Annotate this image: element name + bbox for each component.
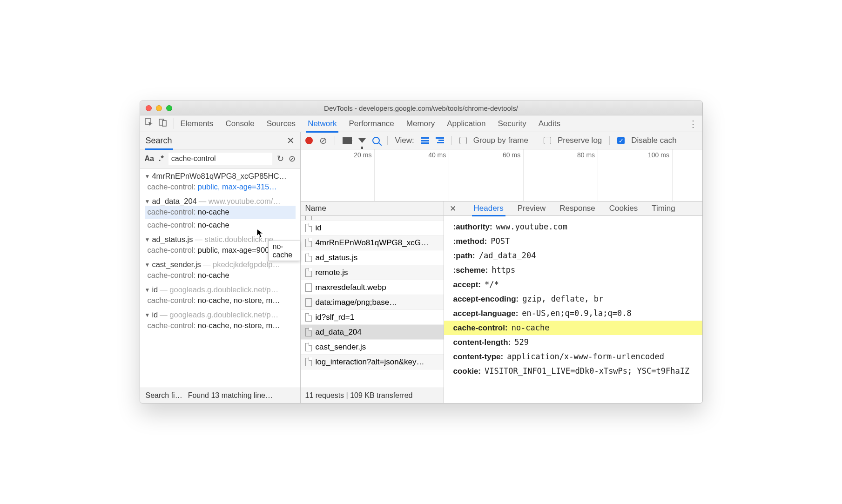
request-list-footer: 11 requests | 109 KB transferred	[301, 388, 444, 403]
disable-cache-checkbox[interactable]: ✓	[617, 137, 625, 144]
search-result-file[interactable]: ▼ cast_sender.js — pkedcjkdefgpdelp…	[145, 260, 296, 269]
timeline-tick: 40 ms	[375, 149, 449, 201]
view-label: View:	[395, 136, 414, 145]
table-row[interactable]	[301, 216, 444, 221]
request-details: ✕ HeadersPreviewResponseCookiesTiming :a…	[444, 202, 702, 403]
table-row[interactable]: ad_status.js	[301, 250, 444, 265]
svg-rect-2	[162, 121, 166, 126]
more-options-icon[interactable]: ⋮	[688, 118, 698, 129]
header-row: :authority:www.youtube.com	[444, 220, 702, 234]
minimize-window-button[interactable]	[156, 105, 162, 111]
zoom-window-button[interactable]	[166, 105, 172, 111]
network-pane: ⊘ View: Group by frame Preserve log ✓ Di…	[301, 132, 702, 403]
window-controls	[146, 105, 172, 111]
table-row[interactable]: log_interaction?alt=json&key…	[301, 355, 444, 370]
search-result-line[interactable]: cache-control: no-cache	[145, 269, 296, 282]
table-row[interactable]: ad_data_204	[301, 325, 444, 340]
header-row: content-type:application/x-www-form-urle…	[444, 349, 702, 364]
details-tab-response[interactable]: Response	[559, 204, 595, 213]
clear-icon[interactable]: ⊘	[289, 154, 296, 164]
header-row: cache-control:no-cache	[444, 321, 702, 335]
header-row: :path:/ad_data_204	[444, 249, 702, 263]
tab-sources[interactable]: Sources	[267, 119, 296, 128]
header-row: content-length:529	[444, 335, 702, 349]
timeline-tick: 60 ms	[449, 149, 524, 201]
search-result-file[interactable]: ▼ id — googleads.g.doubleclick.net/p…	[145, 285, 296, 294]
list-view-icon[interactable]	[421, 137, 429, 144]
search-results: ▼ 4mrRnEPnWo81qWPG8_xcGP85HC…cache-contr…	[140, 168, 300, 388]
request-list-header: Name	[301, 202, 444, 216]
window-title: DevTools - developers.google.com/web/too…	[140, 104, 702, 112]
search-pane: Search ✕ Aa .* ↻ ⊘ ▼ 4mrRnEPnWo81qWPG8_x…	[140, 132, 301, 403]
search-result-line[interactable]: cache-control: no-cache	[145, 206, 296, 219]
close-icon[interactable]: ✕	[287, 135, 295, 146]
tab-network[interactable]: Network	[308, 119, 337, 128]
search-icon[interactable]	[372, 137, 380, 144]
tab-application[interactable]: Application	[447, 119, 485, 128]
regex-toggle[interactable]: .*	[159, 155, 164, 163]
search-result-line[interactable]: cache-control: no-cache, no-store, m…	[145, 319, 296, 332]
request-list: Name id4mrRnEPnWo81qWPG8_xcG…ad_status.j…	[301, 202, 444, 403]
header-row: :method:POST	[444, 234, 702, 249]
group-by-frame-label: Group by frame	[473, 136, 528, 145]
table-row[interactable]: data:image/png;base…	[301, 295, 444, 310]
capture-screenshots-icon[interactable]	[343, 137, 352, 144]
clear-log-icon[interactable]: ⊘	[319, 135, 327, 146]
search-result-line[interactable]: cache-control: no-cache, no-store, m…	[145, 294, 296, 307]
table-row[interactable]: id?slf_rd=1	[301, 310, 444, 325]
table-row[interactable]: id	[301, 221, 444, 235]
search-result-line[interactable]: cache-control: public, max-age=315…	[145, 181, 296, 194]
refresh-icon[interactable]: ↻	[277, 154, 284, 164]
tab-elements[interactable]: Elements	[181, 119, 214, 128]
table-row[interactable]: 4mrRnEPnWo81qWPG8_xcG…	[301, 235, 444, 250]
disable-cache-label: Disable cach	[631, 136, 676, 145]
search-result-line[interactable]: cache-control: no-cache	[145, 219, 296, 232]
timeline[interactable]: 20 ms40 ms60 ms80 ms100 ms	[301, 149, 702, 202]
group-by-frame-checkbox[interactable]	[459, 137, 467, 144]
tab-security[interactable]: Security	[498, 119, 526, 128]
search-result-file[interactable]: ▼ ad_data_204 — www.youtube.com/…	[145, 197, 296, 206]
device-toolbar-icon[interactable]	[159, 118, 167, 129]
timeline-tick: 80 ms	[524, 149, 598, 201]
search-footer-right: Found 13 matching line…	[188, 391, 273, 400]
header-row: accept-encoding:gzip, deflate, br	[444, 292, 702, 306]
close-window-button[interactable]	[146, 105, 152, 111]
preserve-log-label: Preserve log	[558, 136, 602, 145]
tab-console[interactable]: Console	[225, 119, 254, 128]
devtools-window: DevTools - developers.google.com/web/too…	[140, 101, 703, 403]
filter-icon[interactable]	[358, 138, 366, 143]
header-row: accept:*/*	[444, 277, 702, 292]
titlebar: DevTools - developers.google.com/web/too…	[140, 101, 702, 115]
close-details-icon[interactable]: ✕	[450, 204, 456, 214]
record-button[interactable]	[305, 137, 313, 144]
waterfall-view-icon[interactable]	[436, 137, 444, 144]
panel-tabs: ElementsConsoleSourcesNetworkPerformance…	[140, 115, 702, 132]
network-toolbar: ⊘ View: Group by frame Preserve log ✓ Di…	[301, 132, 702, 149]
search-pane-title: Search	[146, 136, 172, 146]
tab-performance[interactable]: Performance	[349, 119, 394, 128]
table-row[interactable]: maxresdefault.webp	[301, 280, 444, 295]
header-row: accept-language:en-US,en;q=0.9,la;q=0.8	[444, 306, 702, 321]
match-case-toggle[interactable]: Aa	[145, 155, 154, 163]
tab-memory[interactable]: Memory	[406, 119, 435, 128]
inspect-element-icon[interactable]	[145, 118, 153, 129]
search-result-file[interactable]: ▼ id — googleads.g.doubleclick.net/p…	[145, 310, 296, 319]
timeline-tick: 20 ms	[301, 149, 375, 201]
preserve-log-checkbox[interactable]	[544, 137, 551, 144]
table-row[interactable]: remote.js	[301, 265, 444, 280]
search-input[interactable]	[168, 153, 272, 165]
search-result-file[interactable]: ▼ 4mrRnEPnWo81qWPG8_xcGP85HC…	[145, 172, 296, 181]
tab-audits[interactable]: Audits	[539, 119, 560, 128]
details-tab-cookies[interactable]: Cookies	[609, 204, 638, 213]
details-tab-preview[interactable]: Preview	[518, 204, 546, 213]
details-tab-headers[interactable]: Headers	[474, 204, 504, 213]
header-row: :scheme:https	[444, 263, 702, 277]
details-tab-timing[interactable]: Timing	[652, 204, 675, 213]
timeline-tick: 100 ms	[598, 149, 673, 201]
search-footer-left: Search fi…	[146, 391, 182, 400]
header-row: cookie:VISITOR_INFO1_LIVE=dDk0-xTswPs; Y…	[444, 364, 702, 378]
headers-list: :authority:www.youtube.com:method:POST:p…	[444, 216, 702, 403]
table-row[interactable]: cast_sender.js	[301, 340, 444, 355]
tooltip: no-cache	[268, 241, 300, 261]
